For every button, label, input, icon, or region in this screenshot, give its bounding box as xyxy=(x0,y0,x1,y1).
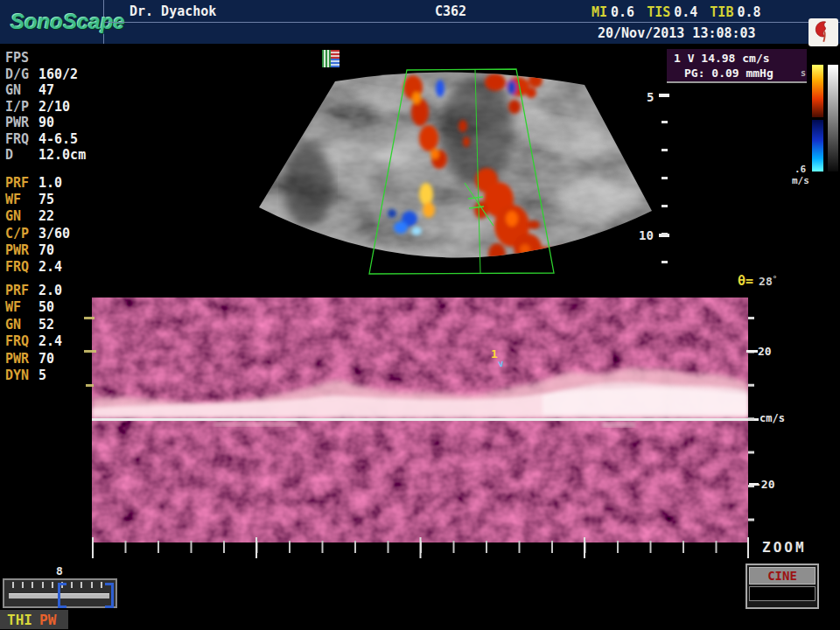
slider-value: 8 xyxy=(56,564,63,578)
probe-icon-quadrant xyxy=(322,50,331,67)
depth-scale-ticks xyxy=(659,94,669,266)
doppler-angle-readout: θ=28° xyxy=(738,273,777,289)
param-row: FRQ4-6.5 xyxy=(5,131,110,148)
slider-right-handle[interactable] xyxy=(105,583,114,608)
acoustic-indices: MI0.6TIS0.4TIB0.8 xyxy=(592,4,774,20)
color-velocity-bar xyxy=(812,65,823,172)
param-row: PWR90 xyxy=(5,115,110,131)
thi-mode-button[interactable]: THI xyxy=(7,612,32,628)
param-row: WF75 xyxy=(5,192,110,208)
tib-label: TIB xyxy=(710,4,733,20)
slider-left-handle[interactable] xyxy=(58,583,66,608)
logo-cell: SonoScape xyxy=(0,0,104,44)
color-mode-params: PRF1.0 WF75 GN22 C/P3/60 PWR70 FRQ2.4 xyxy=(5,175,110,276)
tis-value: 0.4 xyxy=(674,4,697,20)
param-row: PRF1.0 xyxy=(5,175,110,192)
param-row: GN47 xyxy=(5,82,110,99)
probe-orientation-icon xyxy=(322,50,340,67)
depth-label-5: 5 xyxy=(647,90,654,104)
param-row: PWR70 xyxy=(5,351,110,368)
probe-icon-quadrant xyxy=(331,59,340,67)
param-row: WF50 xyxy=(5,299,110,316)
ultrasound-graphics xyxy=(0,0,840,630)
trace-marker-arrow-icon: v xyxy=(497,358,504,370)
depth-label-10: 10 xyxy=(639,228,654,242)
param-row: PWR70 xyxy=(5,242,110,259)
velocity-label-pos: 20 xyxy=(758,345,772,358)
param-row: I/P2/10 xyxy=(5,99,110,116)
kidney-preset-icon[interactable] xyxy=(808,18,838,46)
b-mode-image xyxy=(249,51,661,309)
param-row: GN52 xyxy=(5,317,110,333)
velocity-unit-label: cm/s xyxy=(760,412,785,424)
ultrasound-screen: SonoScape Dr. Dyachok C362 MI0.6TIS0.4TI… xyxy=(0,0,840,630)
grayscale-bar xyxy=(828,65,838,172)
param-row: PRF2.0 xyxy=(5,283,110,299)
param-row: GN22 xyxy=(5,208,110,225)
param-row: FPS xyxy=(5,50,110,66)
param-row: D12.0cm xyxy=(5,147,110,164)
degree-sign: ° xyxy=(773,275,777,284)
measurement-result-box: 1 V 14.98 cm/s PG: 0.09 mmHg xyxy=(667,49,807,83)
param-row: FRQ2.4 xyxy=(5,333,110,350)
pw-mode-button[interactable]: PW xyxy=(39,612,56,628)
param-row: DYN5 xyxy=(5,368,110,384)
colorbar-top-unit: s xyxy=(801,68,806,78)
pw-mode-params: PRF2.0 WF50 GN52 FRQ2.4 PWR70 DYN5 xyxy=(5,283,110,384)
cine-button-label[interactable]: CINE xyxy=(749,567,816,584)
datetime: 20/Nov/2013 13:08:03 xyxy=(598,25,756,41)
param-row: FRQ2.4 xyxy=(5,259,110,276)
mi-label: MI xyxy=(592,4,607,20)
theta-label: θ= xyxy=(738,273,753,289)
spectral-display xyxy=(92,298,759,542)
topbar-divider xyxy=(104,22,840,23)
colorbar-scale-value: .6 xyxy=(794,164,806,174)
cine-position-slider[interactable] xyxy=(3,578,117,608)
zoom-mode-label: ZOOM xyxy=(762,539,807,556)
colorbar-scale-unit: m/s xyxy=(792,175,809,186)
param-row: C/P3/60 xyxy=(5,226,110,242)
velocity-label-neg: -20 xyxy=(754,478,774,491)
top-status-bar: SonoScape Dr. Dyachok C362 MI0.6TIS0.4TI… xyxy=(0,0,840,44)
tib-value: 0.8 xyxy=(737,4,760,20)
probe-icon-quadrant xyxy=(331,50,340,59)
param-row: D/G160/2 xyxy=(5,66,110,83)
mode-indicator-strip: THI PW xyxy=(0,610,68,629)
velocity-measurement: 1 V 14.98 cm/s xyxy=(674,51,807,66)
operator-name: Dr. Dyachok xyxy=(130,4,216,19)
cine-button-display xyxy=(749,586,816,601)
b-mode-params: FPS D/G160/2 GN47 I/P2/10 PWR90 FRQ4-6.5… xyxy=(5,50,110,164)
mi-value: 0.6 xyxy=(611,4,634,20)
spectral-baseline xyxy=(92,418,759,421)
pressure-gradient-measurement: PG: 0.09 mmHg xyxy=(684,66,807,80)
cine-button[interactable]: CINE xyxy=(746,564,819,609)
theta-value: 28 xyxy=(759,275,773,288)
probe-model: C362 xyxy=(435,4,466,19)
tis-label: TIS xyxy=(647,4,670,20)
